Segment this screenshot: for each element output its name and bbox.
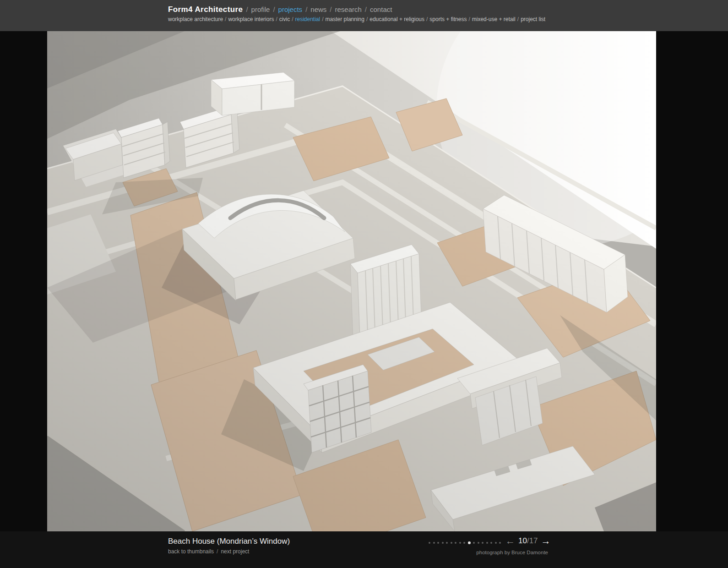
- nav-separator: /: [330, 5, 331, 13]
- pagination-counter: ← 10/17 →: [505, 536, 551, 546]
- pagination-dot-15[interactable]: [490, 542, 492, 544]
- prev-arrow-icon[interactable]: ←: [505, 536, 515, 546]
- pagination-dot-6[interactable]: [451, 542, 452, 544]
- pagination-dot-2[interactable]: [433, 542, 435, 544]
- pagination-dot-14[interactable]: [486, 542, 488, 544]
- subnav-separator: /: [322, 16, 323, 22]
- nav-separator: /: [305, 5, 307, 13]
- top-nav-bar: Form4 Architecture/profile/projects/news…: [0, 0, 728, 31]
- nav-separator: /: [365, 5, 367, 13]
- subnav-item-mixed-use-retail[interactable]: mixed-use + retail: [472, 16, 516, 22]
- subnav-separator: /: [225, 16, 226, 22]
- page-indicator: 10/17: [518, 536, 538, 546]
- pagination-dot-11[interactable]: [473, 542, 475, 544]
- subnav-item-master-planning[interactable]: master planning: [326, 16, 364, 22]
- model-photo-illustration: [47, 31, 656, 531]
- subnav-separator: /: [292, 16, 293, 22]
- nav-item-contact[interactable]: contact: [370, 5, 392, 13]
- next-arrow-icon[interactable]: →: [541, 536, 551, 546]
- page: Form4 Architecture/profile/projects/news…: [0, 0, 728, 568]
- nav-separator: /: [273, 5, 275, 13]
- subnav-item-workplace-interiors[interactable]: workplace interiors: [228, 16, 274, 22]
- pagination-dot-8[interactable]: [459, 542, 461, 544]
- subnav-item-sports-fitness[interactable]: sports + fitness: [429, 16, 467, 22]
- pagination-dot-13[interactable]: [482, 542, 484, 544]
- project-nav-links: back to thumbnails/next project: [168, 548, 249, 555]
- link-separator: /: [217, 548, 218, 555]
- pagination-dot-10[interactable]: [468, 541, 471, 544]
- category-nav: workplace architecture/workplace interio…: [168, 16, 553, 23]
- pagination-dot-7[interactable]: [455, 542, 456, 544]
- subnav-item-civic[interactable]: civic: [279, 16, 290, 22]
- subnav-separator: /: [468, 16, 470, 22]
- project-title: Beach House (Mondrian’s Window): [168, 537, 290, 546]
- back-to-thumbnails-link[interactable]: back to thumbnails: [168, 548, 214, 555]
- primary-nav: /profile/projects/news/research/contact: [243, 5, 392, 13]
- page-current: 10: [518, 536, 527, 545]
- pagination-dot-4[interactable]: [442, 542, 444, 544]
- subnav-separator: /: [517, 16, 519, 22]
- primary-nav-row: Form4 Architecture/profile/projects/news…: [168, 5, 728, 14]
- page-total: 17: [529, 536, 538, 545]
- photo-credit: photograph by Bruce Damonte: [476, 550, 548, 555]
- pagination-dot-16[interactable]: [495, 542, 497, 544]
- pagination-dots: [429, 541, 501, 545]
- pagination-dot-3[interactable]: [437, 542, 439, 544]
- pagination-dot-17[interactable]: [499, 542, 501, 544]
- nav-item-projects[interactable]: projects: [278, 5, 303, 13]
- subnav-item-educational-religious[interactable]: educational + religious: [369, 16, 424, 22]
- caption-bar: [0, 531, 728, 568]
- subnav-item-residential[interactable]: residential: [295, 16, 320, 22]
- pagination-dot-12[interactable]: [478, 542, 479, 544]
- pagination-dot-9[interactable]: [463, 542, 465, 544]
- site-logo[interactable]: Form4 Architecture: [168, 5, 243, 14]
- subnav-item-project-list[interactable]: project list: [521, 16, 545, 22]
- project-photo[interactable]: [47, 31, 656, 531]
- next-project-link[interactable]: next project: [221, 548, 249, 555]
- nav-item-research[interactable]: research: [335, 5, 362, 13]
- nav-item-profile[interactable]: profile: [251, 5, 270, 13]
- subnav-item-workplace-architecture[interactable]: workplace architecture: [168, 16, 223, 22]
- subnav-separator: /: [426, 16, 428, 22]
- nav-item-news[interactable]: news: [310, 5, 326, 13]
- nav-separator: /: [246, 5, 248, 13]
- pagination-dot-5[interactable]: [446, 542, 448, 544]
- pagination-dot-1[interactable]: [429, 542, 430, 544]
- subnav-separator: /: [366, 16, 368, 22]
- subnav-separator: /: [276, 16, 277, 22]
